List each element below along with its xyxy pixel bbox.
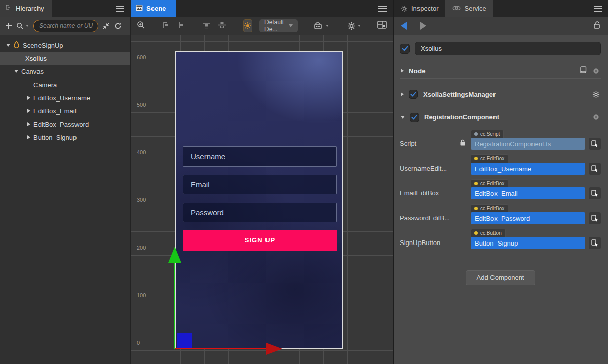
tree-item-label: Camera [33,81,57,89]
registration-enabled-checkbox[interactable] [410,113,419,122]
username-placeholder-text: Username [191,152,225,161]
collapse-all-icon[interactable] [102,22,110,30]
tree-item-scenesignup[interactable]: SceneSignUp [0,38,130,52]
collapsed-arrow-icon[interactable] [401,92,404,96]
refresh-icon[interactable] [114,22,122,30]
grid-label-0: 0 [137,340,140,346]
tree-item-editbox-password[interactable]: EditBox_Password [0,117,130,131]
camera-preview-dropdown[interactable]: Default De... [259,19,298,32]
distribute-middle-icon[interactable] [218,21,226,31]
expand-arrow-icon[interactable] [401,116,405,119]
tab-hierarchy[interactable]: Hierarchy [0,0,52,17]
tree-item-editbox-username[interactable]: EditBox_Username [0,91,130,104]
tree-item-editbox-email[interactable]: EditBox_Email [0,104,130,117]
scene-editbox-email[interactable]: Email [183,175,337,194]
node-book-icon[interactable] [579,66,587,75]
tree-item-camera[interactable]: Camera [0,78,130,91]
tab-hierarchy-label: Hierarchy [16,5,44,12]
node-name-input[interactable]: Xsollus [415,42,601,55]
property-label: SignUpButton [400,239,471,247]
history-back-button[interactable] [401,22,407,30]
history-forward-button[interactable] [420,22,426,30]
origin-anchor-square[interactable] [177,333,192,349]
password-editbox-reference-field[interactable]: EditBox_Password [471,212,585,224]
property-row-script: Script cc.Script RegistrationComponent.t… [400,130,601,150]
align-center-icon[interactable] [177,21,185,31]
hierarchy-tree-icon [5,4,12,13]
tab-scene[interactable]: Scene [131,0,176,17]
scene-editbox-username[interactable]: Username [183,146,337,167]
locate-node-button[interactable] [589,237,601,249]
tree-item-xsollus[interactable]: Xsollus [0,52,130,65]
collapsed-arrow-icon[interactable] [27,122,30,126]
scene-editbox-password[interactable]: Password [183,203,337,222]
locate-asset-button[interactable] [589,138,601,150]
inspector-panel: Inspector Service [393,0,608,364]
zoom-tool-icon[interactable] [137,21,145,31]
email-editbox-reference-field[interactable]: EditBox_Email [471,187,585,199]
collapsed-arrow-icon[interactable] [27,135,30,139]
distribute-top-icon[interactable] [202,21,211,31]
inspector-menu-icon[interactable] [594,6,602,12]
tab-service[interactable]: Service [445,0,493,17]
collapsed-arrow-icon[interactable] [401,69,404,73]
tree-item-label: EditBox_Username [33,94,90,102]
username-editbox-reference-field[interactable]: EditBox_Username [471,163,585,175]
type-tag-label: cc.EditBox [480,181,504,186]
x-axis-arrow-icon[interactable] [266,343,282,355]
locate-node-button[interactable] [589,212,601,224]
settings-manager-header[interactable]: XsollaSettingsManager [400,87,601,102]
type-tag-label: cc.EditBox [480,206,504,211]
add-component-row: Add Component [400,270,601,285]
collapsed-arrow-icon[interactable] [27,109,30,113]
inspector-tabbar: Inspector Service [394,0,608,17]
camera-settings-button[interactable] [314,22,329,30]
add-node-button[interactable] [5,22,12,29]
scene-menu-icon[interactable] [378,6,387,12]
tree-item-button-signup[interactable]: Button_Signup [0,131,130,144]
align-left-icon[interactable] [162,21,170,31]
locate-node-button[interactable] [589,187,601,199]
expand-arrow-icon[interactable] [6,44,10,47]
add-component-label: Add Component [477,274,524,281]
lock-inspector-icon[interactable] [593,21,601,31]
type-dot-icon [474,231,478,235]
registration-gear-icon[interactable] [592,113,600,121]
collapsed-arrow-icon[interactable] [27,96,30,100]
x-axis-line [175,348,266,349]
registration-component-header[interactable]: RegistrationComponent [400,109,601,125]
add-component-button[interactable]: Add Component [466,270,536,285]
settings-manager-enabled-checkbox[interactable] [409,90,418,99]
scene-viewport[interactable]: 600 500 400 300 200 100 0 Username Email… [131,35,393,364]
signup-button-reference-field[interactable]: Button_Signup [471,237,585,249]
tab-inspector[interactable]: Inspector [394,0,445,17]
inspector-nav-row [394,17,608,35]
tree-item-label: Canvas [21,68,44,75]
gizmo-light-button[interactable] [243,19,252,32]
design-canvas[interactable]: Username Email Password SIGN UP [175,51,343,349]
locate-node-button[interactable] [589,163,601,175]
layout-panels-icon[interactable] [377,21,387,31]
property-row-signup-button: SignUpButton cc.Button Button_Signup [400,229,601,249]
y-axis-arrow-icon[interactable] [168,247,181,263]
scene-settings-button[interactable] [347,22,361,30]
search-filter-button[interactable] [16,22,29,30]
scene-signup-button[interactable]: SIGN UP [183,230,337,251]
tree-item-canvas[interactable]: Canvas [0,65,130,78]
settings-manager-label: XsollaSettingsManager [423,91,496,98]
property-row-password-editbox: PasswordEditB... cc.EditBox EditBox_Pass… [400,204,601,224]
search-input[interactable] [33,20,98,32]
hierarchy-menu-icon[interactable] [116,6,124,12]
node-active-checkbox[interactable] [400,44,410,54]
property-row-email-editbox: EmailEditBox cc.EditBox EditBox_Email [400,179,601,199]
script-field[interactable]: RegistrationComponent.ts [471,138,585,150]
node-name-row: Xsollus [400,42,601,55]
inspector-gear-icon [401,5,408,12]
scene-image-icon [136,5,143,13]
node-section-header[interactable]: Node [400,63,601,79]
node-settings-gear-icon[interactable] [592,67,600,75]
settings-manager-gear-icon[interactable] [592,91,600,98]
type-tag-label: cc.EditBox [480,156,504,161]
expand-arrow-icon[interactable] [14,70,18,73]
tab-inspector-label: Inspector [411,5,438,12]
